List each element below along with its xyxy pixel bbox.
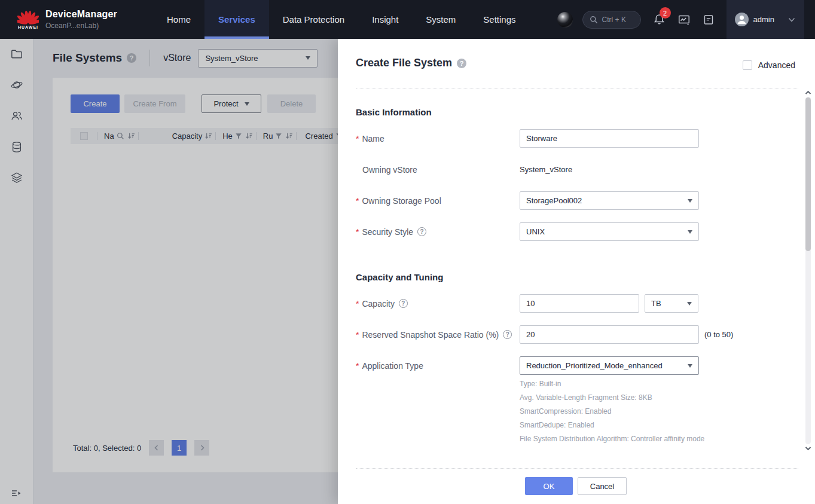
- huawei-logo-icon: HUAWEI: [16, 9, 41, 29]
- security-style-label: Security Style: [356, 222, 426, 241]
- brand-text: DeviceManager OceanP...enLab): [45, 9, 117, 30]
- help-icon[interactable]: [417, 227, 426, 236]
- caret-down-icon: [687, 302, 692, 306]
- nav-system[interactable]: System: [412, 0, 469, 39]
- nav-insight[interactable]: Insight: [358, 0, 412, 39]
- scrollbar-thumb[interactable]: [805, 97, 811, 251]
- top-bar: HUAWEI DeviceManager OceanP...enLab) Hom…: [0, 0, 815, 39]
- application-type-dropdown[interactable]: Reduction_Prioritized_Mode_enhanced: [520, 356, 699, 375]
- advanced-toggle[interactable]: Advanced: [743, 60, 795, 70]
- device-name: OceanP...enLab): [45, 22, 117, 30]
- owning-storage-pool-dropdown[interactable]: StoragePool002: [520, 191, 699, 210]
- user-menu[interactable]: admin: [727, 0, 804, 39]
- cancel-button[interactable]: Cancel: [578, 477, 627, 495]
- advanced-checkbox[interactable]: [743, 60, 752, 70]
- name-input[interactable]: [520, 129, 699, 148]
- person-icon: [735, 13, 749, 26]
- detail-smartcompression: SmartCompression: Enabled: [520, 405, 704, 419]
- owning-storage-pool-label: Owning Storage Pool: [356, 191, 441, 210]
- help-icon[interactable]: [399, 299, 408, 308]
- dialog-title: Create File System: [356, 57, 452, 69]
- name-label: Name: [356, 129, 384, 148]
- advanced-label: Advanced: [758, 60, 795, 70]
- create-file-system-dialog: Create File System Advanced Basic Inform…: [338, 39, 815, 504]
- snapshot-ratio-label: Reserved Snapshot Space Ratio (%): [356, 325, 512, 344]
- performance-monitor-button[interactable]: [677, 13, 691, 26]
- help-icon[interactable]: [503, 330, 512, 339]
- dialog-title-row: Create File System: [356, 57, 466, 69]
- nav-data-protection[interactable]: Data Protection: [269, 0, 358, 39]
- performance-chart-icon: [677, 13, 691, 26]
- capacity-unit-dropdown[interactable]: TB: [645, 294, 698, 313]
- user-name: admin: [753, 15, 774, 24]
- scroll-up-icon[interactable]: [804, 88, 812, 97]
- modal-dim-overlay: [0, 39, 338, 504]
- huawei-wordmark: HUAWEI: [18, 25, 38, 29]
- caret-down-icon: [688, 364, 692, 368]
- nav-services[interactable]: Services: [204, 0, 269, 39]
- app-title: DeviceManager: [45, 9, 117, 20]
- caret-down-icon: [688, 230, 692, 234]
- snapshot-ratio-range-hint: (0 to 50): [704, 325, 733, 344]
- owning-vstore-value: System_vStore: [520, 160, 572, 179]
- notifications-button[interactable]: 2: [653, 13, 666, 26]
- application-type-label: Application Type: [356, 356, 423, 375]
- topbar-actions: Ctrl + K 2: [557, 0, 815, 39]
- capacity-input[interactable]: [520, 294, 639, 313]
- brand: HUAWEI DeviceManager OceanP...enLab): [16, 9, 145, 30]
- detail-fragment-size: Avg. Variable-Length Fragment Size: 8KB: [520, 391, 704, 405]
- chevron-down-icon[interactable]: [787, 16, 796, 24]
- scroll-down-icon[interactable]: [804, 444, 812, 453]
- search-icon: [590, 16, 598, 24]
- detail-type: Type: Built-in: [520, 377, 704, 391]
- detail-distribution-algorithm: File System Distribution Algorithm: Cont…: [520, 432, 704, 446]
- ok-button[interactable]: OK: [525, 477, 573, 495]
- nav-settings[interactable]: Settings: [469, 0, 529, 39]
- caret-down-icon: [688, 199, 692, 203]
- security-style-dropdown[interactable]: UNIX: [520, 222, 699, 241]
- dialog-scrollbar[interactable]: [804, 88, 812, 453]
- device-manager-screen: HUAWEI DeviceManager OceanP...enLab) Hom…: [0, 0, 815, 504]
- avatar: [735, 13, 749, 26]
- detail-smartdedupe: SmartDedupe: Enabled: [520, 419, 704, 432]
- section-capacity-tuning: Capacity and Tuning: [356, 272, 443, 282]
- divider: [356, 468, 798, 469]
- application-type-details: Type: Built-in Avg. Variable-Length Frag…: [520, 377, 704, 446]
- document-icon: [703, 14, 715, 26]
- global-search[interactable]: Ctrl + K: [582, 11, 641, 29]
- capacity-label: Capacity: [356, 294, 408, 313]
- help-icon[interactable]: [457, 59, 466, 68]
- capacity-sphere-icon[interactable]: [557, 12, 573, 28]
- search-shortcut: Ctrl + K: [602, 16, 626, 24]
- notification-badge: 2: [660, 7, 671, 19]
- owning-vstore-label: Owning vStore: [356, 160, 417, 179]
- task-log-button[interactable]: [703, 14, 715, 26]
- nav-home[interactable]: Home: [153, 0, 204, 39]
- snapshot-ratio-input[interactable]: [520, 325, 699, 344]
- main-nav: Home Services Data Protection Insight Sy…: [153, 0, 530, 39]
- divider: [356, 88, 798, 88]
- section-basic-information: Basic Information: [356, 107, 432, 117]
